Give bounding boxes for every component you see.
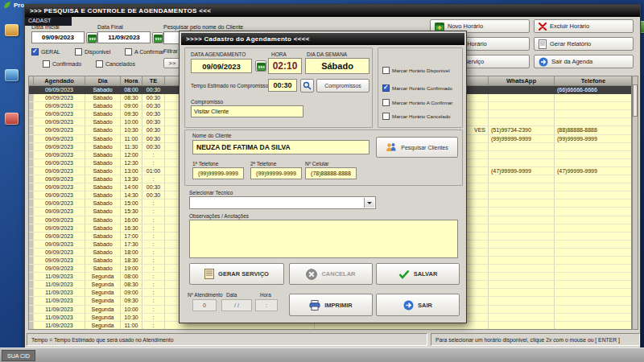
te-cell: : <box>142 208 165 216</box>
checkbox-disponivel[interactable]: Disponivel <box>75 48 110 56</box>
calendar-button[interactable] <box>86 32 97 43</box>
agendado-cell: 11/09/2023 <box>34 314 85 322</box>
tel2-field[interactable]: (99)99999-9999 <box>250 167 302 179</box>
whatsapp-cell <box>489 86 555 94</box>
vertical-scrollbar[interactable] <box>632 76 638 330</box>
desktop-icon[interactable] <box>5 69 19 81</box>
buscar-compromisso-button[interactable] <box>300 79 314 93</box>
column-header[interactable]: Agendado <box>34 76 85 85</box>
dia-cell: Sábado <box>85 167 121 175</box>
excluir-horario-button[interactable]: Excluir Horário <box>534 19 634 33</box>
modal-titlebar[interactable]: >>>> Cadastro do Agendamento <<<< <box>181 33 464 45</box>
agendado-cell: 09/09/2023 <box>34 216 85 224</box>
telefone-cell <box>555 297 632 305</box>
column-header[interactable]: Hora <box>121 76 142 85</box>
tempo-estimado-field[interactable]: 00:30 <box>268 79 297 92</box>
te-cell: : <box>142 159 165 167</box>
gerar-servico-modal-button[interactable]: GERAR SERVIÇO <box>189 263 284 285</box>
telefone-cell <box>555 183 632 191</box>
nome-cliente-field[interactable]: NEUZA DE FATIMA DA SILVA <box>192 140 369 154</box>
te-cell: 00:30 <box>142 94 165 102</box>
telefone-cell <box>555 143 632 151</box>
whatsapp-cell <box>489 143 555 151</box>
dia-cell: Sábado <box>85 94 121 102</box>
tempo-estimado-label: Tempo Estimado no Compromisso <box>191 83 268 88</box>
sair-agenda-button[interactable]: Sair da Agenda <box>534 55 634 68</box>
agendado-cell: 09/09/2023 <box>34 143 85 151</box>
button-label: SAIR <box>418 302 432 309</box>
dia-cell: Segunda <box>85 297 121 305</box>
sair-button[interactable]: SAIR <box>376 294 460 316</box>
chevron-down-icon[interactable] <box>364 198 374 208</box>
te-cell: : <box>142 314 165 322</box>
data-inicial-field[interactable]: 09/09/2023 <box>31 31 85 43</box>
gerar-relatorio-button[interactable]: Gerar Relatório <box>534 37 634 51</box>
column-header[interactable]: WhatsApp <box>489 76 555 85</box>
dia-cell: Sábado <box>85 200 121 208</box>
whatsapp-cell <box>489 281 555 289</box>
cancelar-button[interactable]: CANCELAR <box>289 263 373 285</box>
magnifier-icon <box>303 81 312 90</box>
data-final-field[interactable]: 11/09/2023 <box>97 31 151 43</box>
data-agendamento-field[interactable]: 09/09/2023 <box>191 59 252 73</box>
nome-cliente-label: Nome do Cliente <box>192 133 231 138</box>
te-cell: : <box>142 241 165 249</box>
pesquisar-clientes-button[interactable]: Pesquisar Clientes <box>376 137 458 158</box>
checkbox-geral[interactable]: GERAL <box>31 48 60 56</box>
compromisso-field[interactable]: Visitar Cliente <box>191 105 303 117</box>
window-titlebar[interactable]: >>> PESQUISA E CONTROLE DE AGENDAMENTOS … <box>25 5 640 17</box>
whatsapp-cell <box>489 159 555 167</box>
checkbox-marcar-a-confirmar[interactable]: Marcar Horário A Confirmar <box>382 99 452 106</box>
checkbox-a-confirmar[interactable]: A Confirmar <box>125 48 164 56</box>
calendar-button[interactable] <box>255 60 266 72</box>
checkbox-cancelados[interactable]: Cancelados <box>96 60 135 68</box>
whatsapp-cell <box>489 224 555 232</box>
dia-cell: Sábado <box>85 191 121 200</box>
compromissos-button[interactable]: Compromissos <box>316 79 369 93</box>
atendimento-field: 0 <box>192 299 217 311</box>
scrollbar-thumb[interactable] <box>633 84 638 117</box>
document-icon <box>204 269 214 279</box>
dia-cell: Sábado <box>85 143 121 151</box>
telefone-cell <box>555 102 632 110</box>
checkbox-marcar-cancelado[interactable]: Marcar Horário Cancelado <box>382 113 451 120</box>
checkbox-label: Marcar Horário A Confirmar <box>392 100 452 105</box>
te-cell: : <box>142 200 165 208</box>
agendado-cell: 09/09/2023 <box>34 208 85 216</box>
button-label: SALVAR <box>414 270 438 278</box>
tecnico-select[interactable] <box>189 196 376 209</box>
checkbox-label: Confirmado <box>52 61 81 67</box>
column-header[interactable]: Telefone <box>555 76 633 85</box>
hora-cell: 12:30 <box>121 159 142 167</box>
agendado-cell: 09/09/2023 <box>34 183 85 191</box>
telefone-cell: (47)99999-9999 <box>555 167 632 175</box>
te-cell: : <box>142 297 165 305</box>
column-header[interactable]: TE <box>142 76 165 85</box>
te-cell: 00:30 <box>142 191 165 200</box>
status-left: Tempo = Tempo Estimado que será usado no… <box>27 333 427 346</box>
checkbox-box <box>382 67 390 74</box>
tel1-field[interactable]: (99)99999-9999 <box>192 167 244 179</box>
telefone-cell <box>555 273 632 281</box>
checkbox-marcar-disponivel[interactable]: Marcar Horário Disponivel <box>382 67 450 74</box>
imprimir-button[interactable]: IMPRIMIR <box>289 294 373 316</box>
telefone-cell <box>555 191 632 200</box>
celular-field[interactable]: (78)88888-8888 <box>305 167 357 179</box>
observacoes-textarea[interactable] <box>189 220 458 258</box>
desktop-icon[interactable] <box>5 113 19 125</box>
checkbox-marcar-confirmado[interactable]: Marcar Horário Confirmado <box>382 84 452 92</box>
leaf-icon <box>3 1 11 9</box>
calendar-button[interactable] <box>152 32 163 43</box>
checkbox-confirmado[interactable]: Confirmado <box>43 60 81 68</box>
hora-cell: 09:00 <box>121 102 142 110</box>
hora-field[interactable]: 02:10 <box>268 58 302 74</box>
button-label: Pesquisar Clientes <box>401 145 448 150</box>
salvar-button[interactable]: SALVAR <box>376 263 460 285</box>
agendado-cell: 09/09/2023 <box>34 191 85 200</box>
te-cell: : <box>142 257 165 265</box>
dia-cell: Sábado <box>85 135 121 143</box>
column-header[interactable]: Dia <box>85 76 121 85</box>
dia-cell: Sábado <box>85 159 121 167</box>
desktop-icon[interactable] <box>5 24 19 36</box>
taskbar-button[interactable]: SUA CID <box>2 350 35 361</box>
